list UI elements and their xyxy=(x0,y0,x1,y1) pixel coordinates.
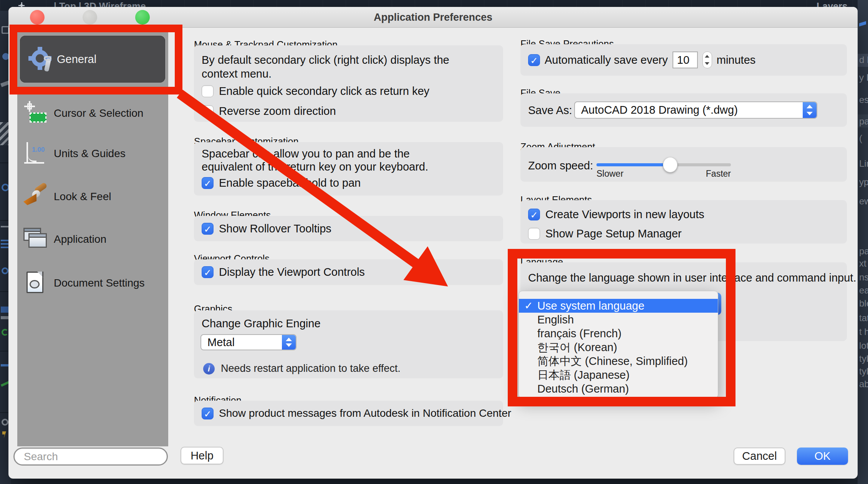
background-tool-icon-fragment xyxy=(2,26,9,34)
layers-row-fragment: y La xyxy=(859,72,868,83)
graphics-note: Needs restart application to take effect… xyxy=(221,363,401,375)
sidebar-item-document-settings[interactable]: Document Settings xyxy=(17,264,168,302)
spacebar-panel: Spacebar can allow you to pan and be the… xyxy=(194,142,503,196)
sidebar-item-cursor-selection[interactable]: Cursor & Selection xyxy=(17,94,168,133)
paintbrush-icon xyxy=(23,184,48,209)
autosave-label: Automatically save every xyxy=(545,54,668,66)
checkbox-label: Show product messages from Autodesk in N… xyxy=(219,407,511,419)
graphic-engine-select[interactable]: Metal xyxy=(200,334,297,350)
slider-min-label: Slower xyxy=(596,169,623,179)
menu-item-german[interactable]: Deutsch (German) xyxy=(519,382,718,396)
menu-item-label: Deutsch (German) xyxy=(537,383,629,395)
dialog-titlebar[interactable]: Application Preferences xyxy=(8,7,858,28)
sidebar-item-look-feel[interactable]: Look & Feel xyxy=(17,177,168,216)
background-tool-icon-fragment xyxy=(2,267,8,274)
help-button[interactable]: Help xyxy=(181,447,224,464)
layers-row-fragment: abl xyxy=(859,379,868,390)
menu-item-label: 日本語 (Japanese) xyxy=(537,369,629,381)
sidebar-item-label: Look & Feel xyxy=(54,191,111,203)
slider-fill xyxy=(596,163,671,166)
checkbox-reverse-zoom[interactable] xyxy=(202,105,214,117)
units-guides-icon: 1.00 xyxy=(23,141,48,166)
menu-item-chinese-simplified[interactable]: 简体中文 (Chinese, Simplified) xyxy=(519,354,718,368)
graphics-subtitle: Change Graphic Engine xyxy=(202,317,321,330)
sidebar-item-general[interactable]: General xyxy=(20,36,165,83)
background-tool-icon-fragment xyxy=(1,364,9,366)
layers-row-fragment: ype xyxy=(859,177,868,187)
viewport-controls-panel: Display the Viewport Controls xyxy=(194,259,503,285)
layers-row-fragment: pa xyxy=(859,116,868,127)
checkbox-product-messages[interactable] xyxy=(202,408,214,419)
checkbox-create-viewports[interactable] xyxy=(528,209,540,220)
stepper-icon[interactable] xyxy=(702,51,712,68)
menu-item-label: English xyxy=(537,313,574,326)
sidebar-item-units-guides[interactable]: 1.00 Units & Guides xyxy=(17,134,168,173)
autosave-units-label: minutes xyxy=(717,54,756,66)
layers-row-fragment: tat xyxy=(859,313,868,323)
application-preferences-dialog: Application Preferences General xyxy=(8,7,858,479)
layers-row-fragment: pa xyxy=(859,246,868,257)
graphics-panel: Change Graphic Engine Metal i Needs rest… xyxy=(194,310,503,378)
app-windows-icon xyxy=(23,227,48,252)
checkbox-autosave[interactable] xyxy=(528,54,540,66)
layers-row-fragment: d La xyxy=(859,55,868,65)
background-tool-icon-fragment xyxy=(2,431,6,438)
mouse-trackpad-panel: By default secondary click (right click)… xyxy=(194,45,503,122)
layers-row-fragment: es xyxy=(859,94,868,105)
checkbox-spacebar-pan[interactable] xyxy=(202,177,214,189)
save-as-select[interactable]: AutoCAD 2018 Drawing (*.dwg) xyxy=(574,101,817,119)
minimize-button[interactable] xyxy=(83,10,97,25)
dropdown-stepper-icon xyxy=(282,335,296,350)
search-input[interactable] xyxy=(13,448,168,466)
menu-item-korean[interactable]: 한국어 (Korean) xyxy=(519,340,718,354)
checkbox-quick-secondary-click[interactable] xyxy=(202,85,214,97)
checkbox-label: Create Viewports in new layouts xyxy=(545,208,704,221)
checkbox-page-setup-manager[interactable] xyxy=(528,228,540,240)
layers-row-fragment: ea xyxy=(859,285,868,296)
close-button[interactable] xyxy=(30,10,45,25)
gear-wrench-icon xyxy=(29,47,54,71)
preferences-sidebar: General Cursor & Selection 1.00 Units & … xyxy=(17,31,168,446)
spacebar-description: equivalent of the return key on your key… xyxy=(202,161,428,173)
ok-button[interactable]: OK xyxy=(797,448,848,465)
background-tool-icon-fragment xyxy=(2,329,8,336)
layout-elements-panel: Create Viewports in new layouts Show Pag… xyxy=(520,200,847,244)
menu-item-english[interactable]: English xyxy=(519,313,718,327)
autosave-minutes-field[interactable] xyxy=(673,51,698,68)
graphic-engine-value: Metal xyxy=(201,336,282,349)
checkbox-label: Reverse zoom direction xyxy=(219,105,336,118)
background-tool-icon-fragment xyxy=(1,307,9,313)
screenshot-root: { "background": { "top_bar_left": "| Top… xyxy=(0,0,868,484)
layers-row-fragment: tyl xyxy=(859,353,868,364)
sidebar-item-label: Application xyxy=(54,233,106,245)
layers-row-fragment: ( xyxy=(859,133,862,144)
layers-row-fragment: t h xyxy=(859,327,868,337)
background-tool-icon-fragment xyxy=(2,419,8,426)
sidebar-item-label: Cursor & Selection xyxy=(54,107,143,119)
checkbox-label: Show Page Setup Manager xyxy=(545,227,682,240)
checkbox-rollover-tooltips[interactable] xyxy=(202,223,214,235)
checkbox-label: Show Rollover Tooltips xyxy=(219,222,331,235)
layers-row-fragment: ew xyxy=(859,196,868,207)
zoom-speed-label: Zoom speed: xyxy=(528,159,593,172)
sidebar-item-application[interactable]: Application xyxy=(17,220,168,259)
save-as-value: AutoCAD 2018 Drawing (*.dwg) xyxy=(575,104,803,116)
sidebar-item-label: Units & Guides xyxy=(54,148,126,160)
checkbox-label: Display the Viewport Controls xyxy=(219,266,365,278)
mouse-trackpad-description: context menu. xyxy=(202,68,272,80)
background-tool-icon-fragment xyxy=(2,184,9,191)
menu-item-french[interactable]: français (French) xyxy=(519,327,718,340)
checkbox-label: Enable spacebar hold to pan xyxy=(219,177,361,189)
layers-row-fragment: xt xyxy=(859,258,866,269)
spacebar-description: Spacebar can allow you to pan and be the xyxy=(202,148,410,160)
menu-item-use-system-language[interactable]: ✓ Use system language xyxy=(519,299,718,313)
zoom-button[interactable] xyxy=(135,10,150,25)
menu-item-label: 한국어 (Korean) xyxy=(537,341,617,353)
checkbox-viewport-controls[interactable] xyxy=(202,266,214,278)
cancel-button[interactable]: Cancel xyxy=(734,448,785,465)
zoom-speed-slider-thumb[interactable] xyxy=(663,157,678,172)
menu-item-label: 简体中文 (Chinese, Simplified) xyxy=(537,355,688,367)
layers-row-fragment: lot xyxy=(859,340,868,351)
menu-item-japanese[interactable]: 日本語 (Japanese) xyxy=(519,368,718,382)
menu-item-label: Use system language xyxy=(537,300,644,312)
